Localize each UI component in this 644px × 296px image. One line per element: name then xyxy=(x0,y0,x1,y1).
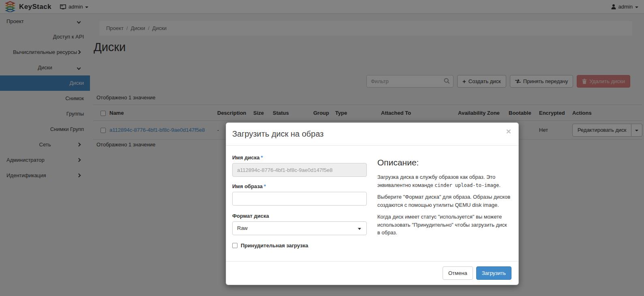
disk-format-select[interactable]: Raw xyxy=(232,221,367,235)
cli-command: cinder upload-to-image xyxy=(434,182,499,188)
app-window: KeyStack admin admin Проект Дост xyxy=(0,0,644,296)
modal-description: Описание: Загрузка диска в службу образо… xyxy=(377,154,511,249)
disk-name-field xyxy=(232,163,367,177)
upload-volume-modal: Загрузить диск на образ × Имя диска* Имя… xyxy=(226,122,519,285)
disk-format-label: Формат диска xyxy=(232,213,367,219)
image-name-label: Имя образа* xyxy=(232,183,367,189)
caret-down-icon xyxy=(358,228,361,230)
cancel-button[interactable]: Отмена xyxy=(443,266,473,280)
force-upload-label: Принудительная загрузка xyxy=(241,242,308,249)
image-name-field[interactable] xyxy=(232,192,367,206)
required-marker: * xyxy=(264,183,266,189)
description-paragraph-3: Когда диск имеет статус "используется" в… xyxy=(377,213,511,237)
modal-body: Имя диска* Имя образа* Формат диска Raw xyxy=(226,146,518,249)
modal-form: Имя диска* Имя образа* Формат диска Raw xyxy=(232,154,367,249)
modal-title: Загрузить диск на образ xyxy=(232,129,512,139)
disk-name-label: Имя диска* xyxy=(232,154,367,161)
disk-format-value: Raw xyxy=(237,225,248,231)
description-paragraph-2: Выберите "Формат диска" для образа. Обра… xyxy=(377,193,511,209)
close-icon[interactable]: × xyxy=(506,127,511,135)
upload-button[interactable]: Загрузить xyxy=(476,266,511,280)
modal-header: Загрузить диск на образ × xyxy=(226,123,518,146)
force-upload-checkbox[interactable] xyxy=(232,243,237,248)
modal-footer: Отмена Загрузить xyxy=(226,261,518,285)
description-heading: Описание: xyxy=(377,158,511,167)
description-paragraph-1: Загрузка диска в службу образов как обра… xyxy=(377,173,511,189)
required-marker: * xyxy=(261,154,263,161)
